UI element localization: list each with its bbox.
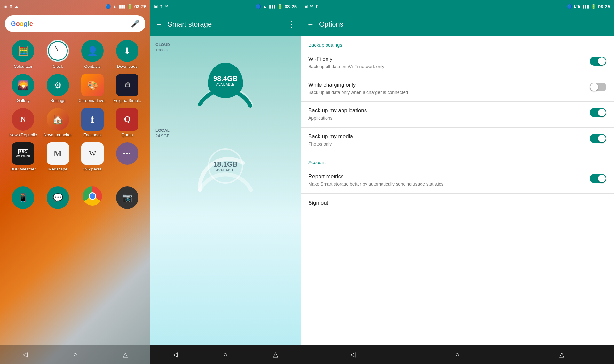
back-nav[interactable]: ◁ — [23, 351, 28, 358]
report-metrics-text: Report metrics Make Smart storage better… — [308, 173, 585, 187]
app-more[interactable]: ••• — [111, 142, 144, 171]
while-charging-toggle[interactable] — [590, 83, 606, 91]
report-metrics-desc: Make Smart storage better by automatical… — [308, 181, 585, 187]
options-back-nav[interactable]: ◁ — [350, 351, 355, 358]
clock-label: Clock — [52, 64, 63, 69]
wikipedia-label: Wikipedia — [83, 167, 101, 171]
options-recents-nav[interactable]: △ — [559, 351, 564, 358]
app-calculator[interactable]: 🧮 Calculator — [6, 40, 40, 69]
storage-status-right: 🔵 ▲ ▮▮▮ 🔋 08:25 — [256, 4, 297, 9]
news-icon: N — [12, 108, 34, 131]
cloud-gauge: 98.4GB AVAILABLE — [155, 56, 295, 120]
settings-icon: ⚙ — [47, 74, 69, 96]
dock: 📱 💬 📷 — [0, 184, 150, 211]
google-logo: Google — [11, 20, 33, 28]
while-charging-text: While charging only Back up all data onl… — [308, 82, 585, 96]
app-clock[interactable]: Clock — [41, 40, 75, 69]
home-nav[interactable]: ○ — [73, 351, 77, 358]
wifi-only-row: Wi-Fi only Back up all data on Wi-Fi net… — [301, 50, 614, 76]
app-gallery[interactable]: 🌄 Gallery — [6, 74, 40, 103]
cloud-available-gb: 98.4GB — [213, 75, 238, 83]
app-facebook[interactable]: f Facebook — [76, 108, 109, 137]
wifi-only-desc: Back up all data on Wi-Fi network only — [308, 64, 585, 70]
app-wikipedia[interactable]: W Wikipedia — [76, 142, 109, 171]
home-time: 08:26 — [134, 4, 146, 9]
app-news[interactable]: N News Republic — [6, 108, 40, 137]
wifi-only-thumb — [598, 57, 606, 65]
app-quora[interactable]: Q Quora — [111, 108, 144, 137]
app-grid: 🧮 Calculator Clock 👤 Contacts ⬇ Download… — [0, 35, 150, 177]
storage-home-nav[interactable]: ○ — [224, 351, 227, 358]
home-status-right: 🔵 ▲ ▮▮▮ 🔋 08:26 — [106, 4, 146, 9]
wikipedia-icon: W — [81, 142, 104, 165]
chrooma-label: Chrooma Live.. — [78, 98, 106, 103]
calculator-icon: 🧮 — [12, 40, 34, 62]
backup-media-text: Back up my media Photos only — [308, 133, 585, 147]
bbc-label: BBC Weather — [11, 167, 36, 171]
cloud-available-label: AVAILABLE — [216, 83, 235, 86]
storage-msg-icon: ✉ — [165, 4, 168, 9]
mic-icon[interactable]: 🎤 — [131, 20, 139, 28]
enigma-icon: ĒI — [116, 74, 138, 96]
app-chrooma[interactable]: 🎨 Chrooma Live.. — [76, 74, 109, 103]
phone-icon: 📱 — [12, 186, 34, 209]
local-available-gb: 18.1GB — [213, 160, 238, 169]
backup-media-desc: Photos only — [308, 141, 585, 147]
smart-storage-screen: ▣ ⬆ ✉ 🔵 ▲ ▮▮▮ 🔋 08:25 ← Smart storage ⋮ … — [150, 0, 301, 364]
storage-back-nav[interactable]: ◁ — [173, 351, 178, 358]
while-charging-title: While charging only — [308, 82, 585, 88]
storage-title: Smart storage — [168, 20, 283, 28]
dock-camera[interactable]: 📷 — [111, 186, 144, 209]
storage-recents-nav[interactable]: △ — [273, 351, 278, 358]
report-metrics-title: Report metrics — [308, 173, 585, 180]
gallery-label: Gallery — [17, 98, 30, 103]
gallery-icon: 🌄 — [12, 74, 34, 96]
storage-status-left: ▣ ⬆ ✉ — [154, 4, 168, 9]
options-upload-icon: ⬆ — [315, 4, 318, 9]
app-downloads[interactable]: ⬇ Downloads — [111, 40, 144, 69]
storage-more-button[interactable]: ⋮ — [288, 20, 295, 29]
storage-back-button[interactable]: ← — [155, 20, 162, 28]
local-capacity: 24.9GB — [155, 133, 295, 138]
options-home-nav[interactable]: ○ — [455, 351, 459, 358]
local-bubble: 18.1GB AVAILABLE — [208, 148, 243, 184]
backup-media-toggle[interactable] — [590, 134, 606, 143]
more-icon: ••• — [116, 142, 138, 165]
storage-battery-icon: 🔋 — [278, 4, 283, 9]
app-settings[interactable]: ⚙ Settings — [41, 74, 75, 103]
backup-section-header: Backup settings — [301, 36, 614, 50]
backup-apps-text: Back up my applications Applications — [308, 107, 585, 122]
settings-label: Settings — [50, 98, 65, 103]
contacts-icon: 👤 — [81, 40, 104, 62]
medscape-label: Medscape — [48, 167, 67, 171]
storage-signal-icon: ▮▮▮ — [269, 4, 276, 9]
quora-label: Quora — [122, 132, 133, 137]
dock-phone[interactable]: 📱 — [6, 186, 40, 209]
storage-bluetooth-icon: 🔵 — [256, 4, 261, 9]
options-back-button[interactable]: ← — [307, 20, 314, 28]
dock-chrome[interactable] — [76, 186, 109, 209]
wifi-only-toggle[interactable] — [590, 57, 606, 66]
options-signal-icon: ▮▮▮ — [582, 4, 589, 9]
storage-upload-icon: ⬆ — [160, 4, 163, 9]
wifi-icon: ▲ — [113, 4, 117, 9]
app-contacts[interactable]: 👤 Contacts — [76, 40, 109, 69]
app-bbc[interactable]: BBC WEATHER BBC Weather — [6, 142, 40, 171]
sign-out-row[interactable]: Sign out — [301, 194, 614, 213]
report-metrics-toggle[interactable] — [590, 174, 606, 183]
google-search-bar[interactable]: Google 🎤 — [5, 15, 145, 32]
backup-apps-toggle[interactable] — [590, 108, 606, 117]
dock-messages[interactable]: 💬 — [41, 186, 75, 209]
options-time: 08:25 — [598, 4, 610, 9]
app-medscape[interactable]: M Medscape — [41, 142, 75, 171]
backup-media-title: Back up my media — [308, 133, 585, 140]
account-section-header: Account — [301, 153, 614, 168]
screen-icon: ▣ — [4, 4, 7, 9]
home-status-bar: ▣ ⬆ ☁ 🔵 ▲ ▮▮▮ 🔋 08:26 — [0, 0, 150, 13]
recents-nav[interactable]: △ — [123, 351, 128, 358]
app-nova[interactable]: 🏠 Nova Launcher — [41, 108, 75, 137]
cloud-icon: ☁ — [14, 4, 18, 9]
storage-status-bar: ▣ ⬆ ✉ 🔵 ▲ ▮▮▮ 🔋 08:25 — [150, 0, 301, 13]
app-enigma[interactable]: ĒI Enigma Simul.. — [111, 74, 144, 103]
news-label: News Republic — [9, 132, 37, 137]
